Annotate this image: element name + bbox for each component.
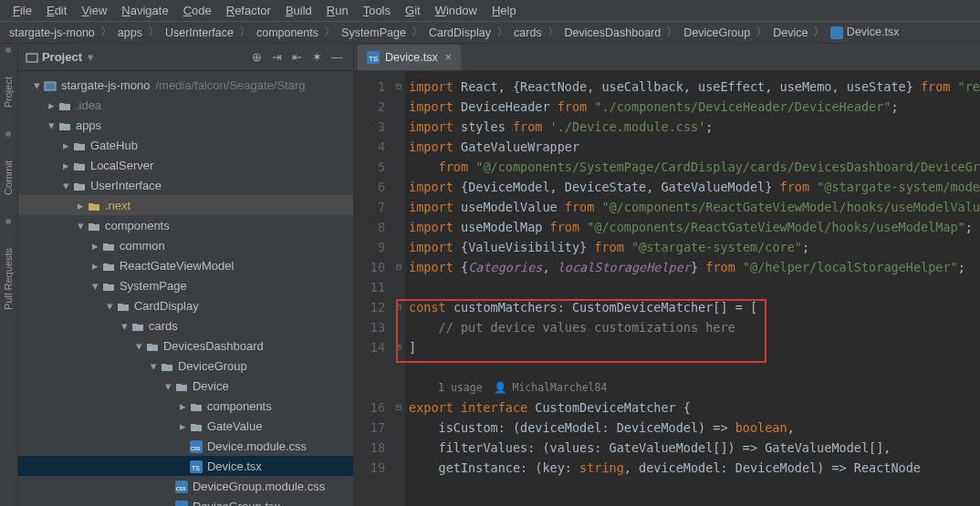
- tree-arrow-icon[interactable]: ▸: [62, 139, 71, 152]
- menu-refactor[interactable]: Refactor: [219, 1, 278, 20]
- tree-node[interactable]: TSDeviceGroup.tsx: [18, 496, 353, 506]
- tree-node[interactable]: ▾SystemPage: [18, 275, 353, 295]
- folder-icon: [102, 258, 115, 273]
- breadcrumb-item[interactable]: stargate-js-mono: [7, 26, 97, 39]
- menu-view[interactable]: View: [74, 1, 114, 20]
- breadcrumb-item[interactable]: Device: [771, 26, 809, 39]
- tree-arrow-icon[interactable]: ▾: [33, 78, 42, 92]
- tree-node[interactable]: ▾CardDisplay: [18, 295, 353, 315]
- tree-node[interactable]: ▸.next: [18, 195, 353, 215]
- code-line[interactable]: export interface CustomDeviceMatcher {: [405, 398, 980, 418]
- code-line[interactable]: import {ValueVisibility} from "@stargate…: [405, 237, 980, 257]
- breadcrumb-item[interactable]: Device.tsx: [829, 26, 901, 39]
- tree-arrow-icon[interactable]: ▾: [164, 379, 173, 393]
- project-tree[interactable]: ▾stargate-js-mono/media/falcon/Seagate/S…: [18, 71, 353, 506]
- editor-tab-active[interactable]: TS Device.tsx ×: [358, 45, 461, 70]
- tree-arrow-icon[interactable]: ▾: [106, 299, 115, 313]
- tree-node[interactable]: ▸.idea: [18, 95, 353, 115]
- select-opened-file-icon[interactable]: ⊕: [247, 48, 266, 67]
- tree-node[interactable]: ▾components: [18, 215, 353, 235]
- code-line[interactable]: import React, {ReactNode, useCallback, u…: [405, 77, 980, 97]
- code-line[interactable]: import {DeviceModel, DeviceState, GateVa…: [405, 177, 980, 197]
- code-editor[interactable]: 123456789101112131416171819 ⊟⊟⊟⊞⊟ import…: [354, 71, 980, 506]
- tree-node[interactable]: ▾stargate-js-mono/media/falcon/Seagate/S…: [18, 75, 353, 95]
- dropdown-icon[interactable]: ▾: [88, 50, 94, 64]
- menu-edit[interactable]: Edit: [39, 1, 74, 20]
- fold-column[interactable]: ⊟⊟⊟⊞⊟: [392, 71, 405, 506]
- tree-node[interactable]: ▸ReactGateViewModel: [18, 255, 353, 275]
- menu-navigate[interactable]: Navigate: [114, 1, 175, 20]
- breadcrumb-item[interactable]: components: [255, 26, 320, 39]
- code-line[interactable]: isCustom: (deviceModel: DeviceModel) => …: [405, 418, 980, 438]
- code-line[interactable]: import GateValueWrapper: [405, 137, 980, 157]
- code-line[interactable]: import DeviceHeader from "./components/D…: [405, 97, 980, 117]
- settings-icon[interactable]: ✶: [308, 48, 326, 67]
- code-line[interactable]: [405, 277, 980, 297]
- tree-node[interactable]: ▾UserInterface: [18, 175, 353, 195]
- tree-arrow-icon[interactable]: ▸: [91, 239, 100, 253]
- tree-node[interactable]: ▸GateHub: [18, 135, 353, 155]
- tree-arrow-icon[interactable]: ▸: [179, 419, 188, 433]
- menu-run[interactable]: Run: [319, 1, 356, 20]
- tree-node[interactable]: ▸components: [18, 396, 353, 416]
- code-body[interactable]: import React, {ReactNode, useCallback, u…: [405, 71, 980, 506]
- breadcrumb-item[interactable]: DeviceGroup: [682, 26, 752, 39]
- hide-icon[interactable]: —: [328, 48, 346, 67]
- tree-arrow-icon[interactable]: ▸: [91, 259, 100, 273]
- code-line[interactable]: import useModelMap from "@/components/Re…: [405, 217, 980, 237]
- tree-node[interactable]: TSDevice.tsx: [18, 456, 353, 476]
- tree-label: cards: [149, 319, 178, 333]
- tree-node[interactable]: ▸GateValue: [18, 416, 353, 436]
- menu-tools[interactable]: Tools: [356, 1, 398, 20]
- expand-all-icon[interactable]: ⇥: [267, 48, 286, 67]
- tree-node[interactable]: cssDevice.module.css: [18, 436, 353, 456]
- tree-node[interactable]: ▾apps: [18, 115, 353, 135]
- tree-node[interactable]: ▾Device: [18, 376, 353, 396]
- menu-window[interactable]: Window: [428, 1, 485, 20]
- code-line[interactable]: import styles from './Device.module.css'…: [405, 117, 980, 137]
- tree-arrow-icon[interactable]: ▾: [47, 119, 57, 132]
- svg-text:TS: TS: [369, 55, 378, 63]
- tree-arrow-icon[interactable]: ▾: [77, 219, 86, 232]
- tree-node[interactable]: ▾DevicesDashboard: [18, 336, 353, 356]
- tree-label: common: [120, 239, 165, 253]
- tree-arrow-icon[interactable]: ▾: [91, 279, 100, 293]
- tree-arrow-icon[interactable]: ▾: [62, 179, 71, 192]
- breadcrumb-item[interactable]: CardDisplay: [427, 26, 493, 39]
- tree-node[interactable]: ▸common: [18, 235, 353, 255]
- menu-git[interactable]: Git: [398, 1, 428, 20]
- code-line[interactable]: import {Categories, localStorageHelper} …: [405, 257, 980, 277]
- menu-build[interactable]: Build: [278, 1, 319, 20]
- menu-code[interactable]: Code: [176, 1, 219, 20]
- tree-arrow-icon[interactable]: ▸: [77, 199, 86, 212]
- breadcrumb-item[interactable]: SystemPage: [339, 26, 408, 39]
- tree-arrow-icon[interactable]: ▾: [120, 319, 130, 333]
- code-line[interactable]: filterValues: (values: GateValueModel[])…: [405, 438, 980, 458]
- collapse-all-icon[interactable]: ⇤: [287, 48, 306, 67]
- tree-arrow-icon[interactable]: ▸: [179, 399, 188, 413]
- breadcrumb-item[interactable]: DevicesDashboard: [563, 26, 663, 39]
- tree-node[interactable]: cssDeviceGroup.module.css: [18, 476, 353, 496]
- tree-arrow-icon[interactable]: ▾: [135, 339, 144, 353]
- chevron-right-icon: 〉: [408, 25, 427, 40]
- tree-node[interactable]: ▾DeviceGroup: [18, 356, 353, 376]
- tree-arrow-icon[interactable]: ▾: [150, 359, 159, 373]
- breadcrumb-item[interactable]: cards: [512, 26, 544, 39]
- close-icon[interactable]: ×: [445, 51, 452, 64]
- breadcrumb-item[interactable]: UserInterface: [163, 26, 235, 39]
- tree-node[interactable]: ▾cards: [18, 315, 353, 336]
- tool-window-button[interactable]: Project: [3, 71, 14, 113]
- menu-file[interactable]: File: [5, 1, 39, 20]
- tool-window-button[interactable]: Commit: [3, 155, 14, 201]
- tool-window-button[interactable]: Pull Requests: [3, 243, 14, 315]
- code-line[interactable]: from "@/components/SystemPage/CardDispla…: [405, 157, 980, 177]
- tree-arrow-icon[interactable]: ▸: [62, 159, 71, 172]
- usage-hint[interactable]: 1 usage👤 MichalMarchel84: [405, 377, 980, 398]
- breadcrumb-item[interactable]: apps: [116, 26, 144, 39]
- code-line[interactable]: import useModelValue from "@/components/…: [405, 197, 980, 217]
- menu-help[interactable]: Help: [485, 1, 524, 20]
- tree-node[interactable]: ▸LocalServer: [18, 155, 353, 175]
- code-line[interactable]: getInstance: (key: string, deviceModel: …: [405, 458, 980, 478]
- tree-label: UserInterface: [90, 179, 162, 192]
- tree-arrow-icon[interactable]: ▸: [47, 98, 57, 112]
